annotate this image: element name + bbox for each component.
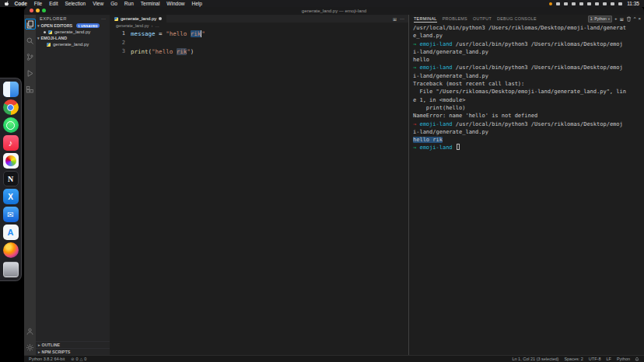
mail-icon[interactable] <box>3 207 19 222</box>
finder-icon[interactable] <box>3 82 19 97</box>
menu-item-terminal[interactable]: Terminal <box>137 1 163 6</box>
menu-bar-clock[interactable]: 11:35 <box>627 1 639 6</box>
panel-tab-terminal[interactable]: TERMINAL <box>414 15 437 23</box>
battery-icon[interactable] <box>579 2 583 5</box>
python-version[interactable]: Python 3.8.2 64-bit <box>29 357 65 361</box>
open-editor-item[interactable]: generate_land.py <box>36 29 110 35</box>
cursor-position[interactable]: Ln 1, Col 21 (3 selected) <box>512 357 558 361</box>
whatsapp-icon[interactable] <box>3 117 19 133</box>
panel-tab-debug-console[interactable]: DEBUG CONSOLE <box>497 15 537 23</box>
wifi-icon[interactable] <box>587 2 591 5</box>
extensions-icon[interactable] <box>26 85 35 94</box>
breadcrumb[interactable]: generate_land.py › … <box>110 23 408 29</box>
menu-item-go[interactable]: Go <box>107 1 121 6</box>
editor-more-actions-icon[interactable]: ··· <box>400 16 404 21</box>
menu-item-edit[interactable]: Edit <box>46 1 61 6</box>
tree-file-item[interactable]: generate_land.py <box>36 41 110 47</box>
sidebar-title: EXPLORER <box>40 16 67 21</box>
siri-icon[interactable] <box>611 2 614 5</box>
tab-generate-land-py[interactable]: generate_land.py <box>110 15 166 23</box>
chrome-icon[interactable] <box>3 99 19 115</box>
breadcrumb-more[interactable]: … <box>155 23 159 28</box>
code-editor[interactable]: 1message = "hello rik"23print("hello rik… <box>110 29 408 355</box>
terminal-line: hello <box>413 56 644 64</box>
indentation[interactable]: Spaces: 2 <box>564 357 583 361</box>
run-debug-icon[interactable] <box>26 68 35 78</box>
shell-selector[interactable]: 1: Python ▾ <box>588 16 612 23</box>
npm-scripts-section[interactable]: ▸ NPM SCRIPTS <box>36 348 110 355</box>
menu-item-selection[interactable]: Selection <box>61 1 89 6</box>
menu-item-window[interactable]: Window <box>163 1 188 6</box>
close-window-button[interactable] <box>30 9 33 12</box>
encoding[interactable]: UTF-8 <box>589 357 601 361</box>
menu-item-file[interactable]: File <box>30 1 45 6</box>
python-file-icon <box>114 17 118 21</box>
photos-icon[interactable] <box>3 153 19 169</box>
terminal-line: File "/Users/riklomas/Desktop/emoji-land… <box>413 88 644 96</box>
music-icon[interactable] <box>3 135 19 151</box>
menu-item-code[interactable]: Code <box>11 1 30 6</box>
breadcrumb-file[interactable]: generate_land.py <box>116 23 149 28</box>
split-editor-icon[interactable]: ⊞ <box>393 16 397 22</box>
minimize-window-button[interactable] <box>36 9 40 12</box>
status-icons <box>545 2 622 5</box>
status-bar-right: Ln 1, Col 21 (3 selected)Spaces: 2UTF-8L… <box>512 357 630 361</box>
open-editors-header[interactable]: ▾ OPEN EDITORS 1 UNSAVED <box>36 23 110 29</box>
apple-menu-icon[interactable] <box>5 1 9 6</box>
source-control-icon[interactable] <box>26 52 35 61</box>
modified-dot-icon[interactable] <box>159 17 162 20</box>
panel-tab-problems[interactable]: PROBLEMS <box>443 15 467 23</box>
terminal-line: Traceback (most recent call last): <box>413 80 644 88</box>
code-line[interactable]: 3print("hello rik") <box>110 47 408 57</box>
python-file-icon <box>48 30 52 34</box>
split-terminal-icon[interactable]: ⊞ <box>620 16 624 22</box>
kill-terminal-icon[interactable] <box>626 16 632 22</box>
menu-item-run[interactable]: Run <box>121 1 137 6</box>
menu-item-help[interactable]: Help <box>188 1 205 6</box>
settings-gear-icon[interactable] <box>26 343 35 352</box>
explorer-sidebar: EXPLORER ··· ▾ OPEN EDITORS 1 UNSAVED ge… <box>36 15 110 355</box>
new-terminal-icon[interactable]: + <box>614 16 618 21</box>
spotlight-icon[interactable] <box>595 2 599 5</box>
activity-bar <box>24 15 36 355</box>
panel-header: TERMINALPROBLEMSOUTPUTDEBUG CONSOLE 1: P… <box>409 15 644 23</box>
appstore-icon[interactable] <box>3 225 19 240</box>
folder-header[interactable]: ▾ EMOJI-LAND <box>36 35 110 41</box>
panel-tab-output[interactable]: OUTPUT <box>473 15 492 23</box>
sidebar-more-actions-icon[interactable]: ··· <box>101 16 106 21</box>
window-title: generate_land.py — emoji-land <box>302 9 366 13</box>
display-icon[interactable] <box>556 2 560 5</box>
language-mode[interactable]: Python <box>617 357 630 361</box>
terminal-line: → emoji-land /usr/local/bin/python3 /Use… <box>413 120 644 128</box>
notifications-bell-icon[interactable] <box>635 357 639 361</box>
zoom-window-button[interactable] <box>42 9 46 12</box>
terminal-line: → emoji-land /usr/local/bin/python3 /Use… <box>413 64 644 71</box>
outline-section[interactable]: ▸ OUTLINE <box>36 341 110 348</box>
xapp-icon[interactable] <box>3 189 19 204</box>
terminal-output[interactable]: /usr/local/bin/python3 /Users/riklomas/D… <box>409 23 644 355</box>
unsaved-badge: 1 UNSAVED <box>76 23 99 28</box>
close-panel-icon[interactable]: × <box>638 16 641 21</box>
firefox-icon[interactable] <box>3 242 19 258</box>
title-bar[interactable]: generate_land.py — emoji-land <box>24 6 644 15</box>
maximize-panel-icon[interactable]: ^ <box>634 16 636 21</box>
line-number: 2 <box>110 39 131 48</box>
notion-icon[interactable] <box>3 171 19 186</box>
problems-indicator[interactable]: ⊘ 0 △ 0 <box>71 357 86 361</box>
trash-icon[interactable] <box>3 262 19 277</box>
terminal-line: e 1, in <module> <box>413 96 644 104</box>
notification-center-icon[interactable] <box>618 2 622 5</box>
search-icon[interactable] <box>26 36 35 45</box>
stats-icon[interactable] <box>564 2 568 5</box>
account-icon[interactable] <box>26 326 35 336</box>
chevron-down-icon: ▾ <box>37 36 40 40</box>
bluetooth-icon[interactable] <box>572 2 576 5</box>
code-line[interactable]: 2 <box>110 39 408 48</box>
code-line[interactable]: 1message = "hello rik" <box>110 30 408 39</box>
control-center-icon[interactable] <box>603 2 607 5</box>
screen-record-icon[interactable] <box>549 2 552 5</box>
eol[interactable]: LF <box>606 357 611 361</box>
folder-file-list: generate_land.py <box>36 41 110 47</box>
menu-item-view[interactable]: View <box>89 1 107 6</box>
explorer-icon[interactable] <box>26 19 35 29</box>
